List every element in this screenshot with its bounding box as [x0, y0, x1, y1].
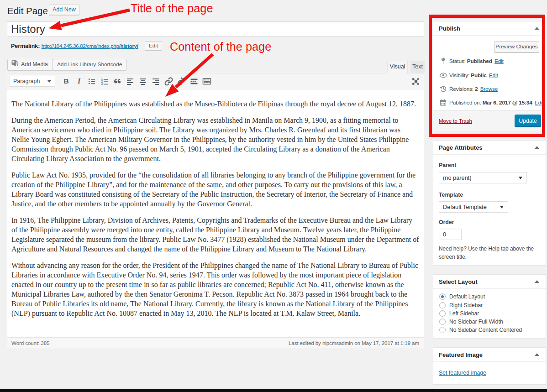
- move-to-trash-link[interactable]: Move to Trash: [439, 118, 472, 124]
- visibility-value: Public: [471, 72, 487, 78]
- publish-panel-header[interactable]: Publish: [433, 21, 546, 36]
- svg-text:I: I: [77, 77, 81, 85]
- layout-option-right-sidebar[interactable]: Right Sidebar: [439, 302, 483, 308]
- select-layout-panel: Select Layout Default Layout Right Sideb…: [433, 274, 546, 338]
- parent-select-value: (no parent): [443, 174, 472, 181]
- collapse-arrow-icon[interactable]: [535, 146, 539, 149]
- template-label: Template: [439, 192, 463, 198]
- bottom-black-strip: [0, 389, 547, 392]
- page-attributes-help-text: Need help? Use the Help tab above the sc…: [439, 245, 536, 261]
- radio-icon[interactable]: [439, 327, 446, 333]
- published-on-text: Published on: Mar 6, 2017 @ 15:34 Edit: [449, 99, 544, 106]
- content-paragraph: The National Library of the Philippines …: [11, 99, 419, 109]
- blockquote-icon[interactable]: [111, 75, 124, 87]
- word-count: Word count: 385: [11, 340, 49, 346]
- content-paragraph: During the American Period, the American…: [11, 115, 419, 163]
- format-select-value: Paragraph: [13, 78, 40, 84]
- media-icon: [11, 59, 19, 70]
- visibility-edit-link[interactable]: Edit: [489, 72, 498, 78]
- editor-container: Paragraph B I 123 The National Library o…: [7, 73, 424, 348]
- status-row: Status: Published Edit: [439, 57, 504, 65]
- permalink-url-link[interactable]: http://104.245.36.82/cms/index.php/histo…: [42, 43, 138, 49]
- featured-image-title: Featured Image: [439, 351, 535, 358]
- italic-button[interactable]: I: [73, 75, 85, 87]
- published-on-value: Mar 6, 2017 @ 15:34: [483, 99, 532, 106]
- format-select[interactable]: Paragraph: [10, 76, 55, 87]
- template-select[interactable]: Default Template: [439, 201, 508, 213]
- content-paragraph: In 1916, The Philippine Library, Divisio…: [11, 215, 419, 254]
- layout-option-left-sidebar[interactable]: Left Sidebar: [439, 310, 479, 317]
- layout-option-label: Left Sidebar: [449, 310, 479, 317]
- annotation-title-label: Title of the page: [131, 3, 213, 14]
- align-center-icon[interactable]: [137, 75, 149, 87]
- revisions-browse-link[interactable]: Browse: [480, 86, 498, 92]
- published-edit-link[interactable]: Edit: [535, 99, 544, 106]
- align-left-icon[interactable]: [124, 75, 137, 87]
- annotation-content-label: Content of the page: [170, 41, 271, 52]
- content-paragraph: Public Law Act No. 1935, provided for th…: [11, 170, 419, 209]
- add-media-label: Add Media: [21, 59, 48, 70]
- bulleted-list-icon[interactable]: [85, 75, 98, 87]
- select-layout-title: Select Layout: [439, 278, 535, 285]
- status-label: Status:: [449, 58, 466, 64]
- radio-icon[interactable]: [439, 310, 446, 317]
- radio-checked-icon[interactable]: [439, 293, 446, 300]
- permalink-url-base: http://104.245.36.82/cms/index.php/: [42, 43, 121, 49]
- layout-option-no-sidebar-centered[interactable]: No Sidebar Content Centered: [439, 327, 522, 333]
- revisions-label: Revisions:: [449, 86, 473, 92]
- layout-option-default[interactable]: Default Layout: [439, 293, 485, 300]
- insert-link-icon[interactable]: [162, 75, 175, 87]
- add-link-library-label: Add Link Library Shortcode: [57, 59, 122, 70]
- visibility-label: Visibility:: [449, 72, 469, 78]
- permalink-edit-button[interactable]: Edit: [145, 41, 162, 51]
- bold-button[interactable]: B: [60, 75, 73, 87]
- tab-text[interactable]: Text: [410, 61, 425, 73]
- calendar-icon: [439, 99, 447, 106]
- select-layout-header[interactable]: Select Layout: [433, 275, 546, 289]
- toolbar-toggle-icon[interactable]: [200, 75, 213, 87]
- published-on-row: Published on: Mar 6, 2017 @ 15:34 Edit: [439, 99, 544, 106]
- read-more-tag-icon[interactable]: [188, 75, 200, 87]
- publishing-actions: Move to Trash Update: [433, 110, 546, 131]
- revisions-row: Revisions: 2 Browse: [439, 85, 498, 93]
- visibility-row: Visibility: Public Edit: [439, 71, 498, 79]
- layout-option-no-sidebar-full[interactable]: No Sidebar Full Width: [439, 319, 503, 325]
- set-featured-image-link[interactable]: Set featured image: [439, 370, 486, 376]
- add-media-button[interactable]: Add Media: [7, 59, 53, 70]
- fullscreen-icon[interactable]: [409, 75, 422, 87]
- order-input[interactable]: [439, 229, 462, 240]
- visibility-icon: [439, 71, 447, 79]
- page-attributes-panel: Page Attributes Parent (no parent) Templ…: [433, 140, 546, 265]
- tab-visual[interactable]: Visual: [387, 61, 408, 73]
- collapse-arrow-icon[interactable]: [535, 353, 539, 356]
- featured-image-header[interactable]: Featured Image: [433, 348, 546, 362]
- preview-changes-button[interactable]: Preview Changes: [494, 41, 539, 52]
- add-new-button[interactable]: Add New: [49, 5, 79, 15]
- parent-select[interactable]: (no parent): [439, 172, 527, 183]
- publish-panel: Publish Preview Changes Status: Publishe…: [433, 21, 546, 131]
- last-edited: Last edited by nlpcmsadmin on May 17, 20…: [289, 340, 419, 346]
- align-right-icon[interactable]: [149, 75, 162, 87]
- revisions-value: 2: [475, 86, 478, 92]
- status-edit-link[interactable]: Edit: [494, 58, 504, 64]
- revisions-text: Revisions: 2 Browse: [449, 86, 498, 92]
- layout-option-label: No Sidebar Full Width: [449, 319, 503, 325]
- radio-icon[interactable]: [439, 302, 446, 308]
- update-button[interactable]: Update: [515, 115, 541, 127]
- post-title-input[interactable]: [7, 21, 424, 37]
- chevron-down-icon: [47, 80, 51, 83]
- permalink-url-slug: history/: [120, 43, 138, 49]
- content-paragraph: Without advancing any reason for the ord…: [11, 261, 419, 318]
- remove-link-icon[interactable]: [175, 75, 188, 87]
- post-status-icon: [439, 57, 447, 65]
- layout-option-label: No Sidebar Content Centered: [449, 327, 522, 333]
- permalink-label: Permalink:: [11, 43, 40, 49]
- add-link-library-shortcode-button[interactable]: Add Link Library Shortcode: [53, 59, 126, 70]
- radio-icon[interactable]: [439, 319, 446, 325]
- collapse-arrow-icon[interactable]: [535, 280, 539, 283]
- editor-content[interactable]: The National Library of the Philippines …: [7, 89, 424, 337]
- page-attributes-header[interactable]: Page Attributes: [433, 141, 546, 155]
- published-on-label: Published on:: [449, 99, 481, 106]
- numbered-list-icon[interactable]: 123: [98, 75, 111, 87]
- collapse-arrow-icon[interactable]: [535, 27, 539, 30]
